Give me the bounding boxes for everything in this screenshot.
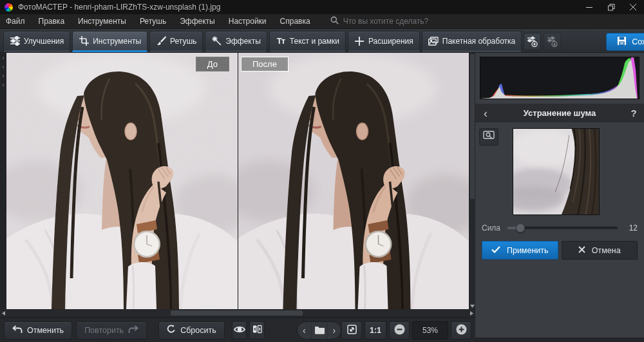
reset-button[interactable]: Сбросить <box>158 321 225 339</box>
chevron-right-icon: › <box>3 82 5 88</box>
minimize-button[interactable] <box>578 0 600 14</box>
search-icon <box>330 15 339 27</box>
tab-text-frames[interactable]: Tт Текст и рамки <box>269 31 346 52</box>
minus-circle-icon <box>394 324 405 337</box>
split-compare-button[interactable] <box>249 321 265 339</box>
magnifier-area-icon <box>483 131 495 143</box>
tool-tab-bar: Улучшения Инструменты Ретушь Эффекты Tт … <box>0 29 644 53</box>
fit-to-screen-button[interactable] <box>341 321 362 339</box>
split-view-icon <box>252 325 262 336</box>
cancel-label: Отмена <box>592 246 621 255</box>
before-button[interactable]: До <box>196 57 229 71</box>
noise-preview-thumbnail[interactable] <box>513 128 600 215</box>
zoom-in-button[interactable] <box>451 321 471 339</box>
apply-label: Применить <box>507 246 549 255</box>
tab-extensions[interactable]: Расширения <box>348 31 420 52</box>
undo-button[interactable]: Отменить <box>4 321 72 339</box>
search-box <box>330 15 472 27</box>
noise-removal-panel: ‹ Устранение шума ? Сила <box>475 53 644 337</box>
filmstrip-collapse-strip[interactable]: › › › › <box>0 53 6 309</box>
tab-label: Расширения <box>368 37 413 46</box>
after-image <box>238 53 469 309</box>
save-button[interactable]: Сохранить <box>606 33 644 51</box>
text-icon: Tт <box>276 36 286 46</box>
horizontal-scroll-thumb[interactable] <box>171 310 303 316</box>
batch-photos-icon <box>428 36 439 46</box>
cross-icon <box>578 246 585 255</box>
help-button[interactable]: ? <box>623 108 644 119</box>
tab-label: Ретушь <box>170 37 196 46</box>
chevron-right-icon: › <box>3 55 5 61</box>
menu-effects[interactable]: Эффекты <box>180 17 215 26</box>
back-button[interactable]: ‹ <box>475 108 496 119</box>
add-preset-button[interactable] <box>524 33 541 50</box>
tab-label: Эффекты <box>225 37 261 46</box>
menu-edit[interactable]: Правка <box>39 17 65 26</box>
strength-slider-handle[interactable] <box>516 223 525 233</box>
scroll-left-arrow[interactable] <box>0 310 6 316</box>
photo-after: После <box>238 53 469 309</box>
undo-icon <box>12 325 23 336</box>
image-viewer: › › › › До После <box>0 53 475 318</box>
status-bar: Отменить Повторить Сбросить ‹ <box>0 318 475 342</box>
tab-effects[interactable]: Эффекты <box>205 31 267 52</box>
download-presets-button[interactable] <box>544 33 561 50</box>
menu-tools[interactable]: Инструменты <box>78 17 126 26</box>
preview-row <box>475 128 644 215</box>
panel-actions: Применить Отмена <box>482 241 638 260</box>
next-photo-button[interactable]: › <box>327 322 341 339</box>
redo-icon <box>128 325 138 336</box>
previous-photo-button[interactable]: ‹ <box>298 322 311 339</box>
tab-label: Текст и рамки <box>290 37 339 46</box>
tab-batch-processing[interactable]: Пакетная обработка <box>422 31 522 52</box>
menu-file[interactable]: Файл <box>6 17 25 26</box>
menu-help[interactable]: Справка <box>280 17 310 26</box>
floppy-disk-icon <box>617 36 627 48</box>
open-folder-button[interactable] <box>311 322 327 339</box>
magic-wand-icon <box>211 36 222 46</box>
fullscreen-expand-icon <box>347 325 357 336</box>
window-title: ФотоМАСТЕР - henri-pham-LIRZhTS-xzw-unsp… <box>18 3 578 12</box>
search-input[interactable] <box>343 17 472 26</box>
vertical-scroll-thumb[interactable] <box>470 54 475 199</box>
photo-canvas[interactable]: До После <box>6 53 469 309</box>
close-button[interactable] <box>622 0 644 14</box>
tab-enhancements[interactable]: Улучшения <box>3 31 70 52</box>
zoom-one-to-one-button[interactable]: 1:1 <box>365 321 386 339</box>
plus-circle-icon <box>456 324 467 337</box>
scroll-right-arrow[interactable] <box>468 310 475 316</box>
horizontal-scrollbar[interactable] <box>0 310 475 316</box>
photo-before: До <box>6 53 238 309</box>
strength-label: Сила <box>482 223 501 233</box>
preview-area-picker-button[interactable] <box>479 128 498 146</box>
horizontal-scroll-track[interactable] <box>6 310 468 316</box>
save-label: Сохранить <box>632 37 644 46</box>
preview-crop-image <box>513 129 599 214</box>
redo-button[interactable]: Повторить <box>76 321 147 339</box>
sliders-icon <box>10 36 20 46</box>
scroll-down-arrow[interactable] <box>469 303 475 309</box>
app-logo-icon <box>5 3 13 12</box>
menu-retouch[interactable]: Ретушь <box>140 17 166 26</box>
strength-value: 12 <box>623 223 638 233</box>
after-button[interactable]: После <box>241 57 289 71</box>
strength-slider-track[interactable] <box>507 227 618 229</box>
apply-button[interactable]: Применить <box>482 241 558 260</box>
cancel-button[interactable]: Отмена <box>562 241 638 260</box>
tab-tools[interactable]: Инструменты <box>72 31 147 52</box>
eye-icon <box>234 325 245 336</box>
photomaster-window: ФотоМАСТЕР - henri-pham-LIRZhTS-xzw-unsp… <box>0 0 644 342</box>
original-preview-button[interactable] <box>232 321 247 339</box>
chevron-right-icon: › <box>3 73 5 79</box>
zoom-out-button[interactable] <box>389 321 410 339</box>
menu-settings[interactable]: Настройки <box>229 17 267 26</box>
reset-icon <box>167 325 176 336</box>
check-icon <box>491 246 500 255</box>
tab-label: Улучшения <box>24 37 64 46</box>
zoom-level-value: 53% <box>412 321 448 339</box>
before-image <box>6 53 238 309</box>
restore-button[interactable] <box>600 0 622 14</box>
vertical-scrollbar[interactable] <box>469 53 475 309</box>
tab-retouch[interactable]: Ретушь <box>149 31 203 52</box>
menu-bar: Файл Правка Инструменты Ретушь Эффекты Н… <box>0 14 644 29</box>
